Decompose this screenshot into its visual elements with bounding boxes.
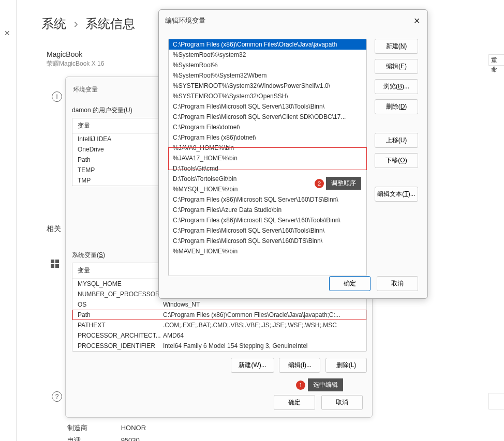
var-name: PROCESSOR_IDENTIFIER <box>78 342 163 349</box>
chevron-right-icon: › <box>74 17 78 31</box>
edit-text-button[interactable]: 编辑文本(T)... <box>375 187 418 202</box>
cancel-button[interactable]: 取消 <box>321 395 363 410</box>
path-item[interactable]: %MAVEN_HOME%\bin <box>169 246 366 256</box>
var-value: AMD64 <box>163 332 361 339</box>
spec-value: HONOR <box>121 424 146 432</box>
path-item[interactable]: C:\Program Files (x86)\dotnet\ <box>169 132 366 143</box>
annotation-tip-2: 调整顺序 <box>326 177 361 190</box>
info-icon: i <box>52 92 62 102</box>
edit-button[interactable]: 编辑(I)... <box>279 358 320 373</box>
spec-row-manufacturer: 制造商 HONOR <box>67 423 429 433</box>
col-variable: 变量 <box>78 121 163 130</box>
var-name: Path <box>78 311 163 318</box>
rename-button-truncated[interactable]: 重命 <box>488 54 504 66</box>
col-variable: 变量 <box>78 266 163 275</box>
annotation-badge-1: 1 <box>296 381 305 390</box>
help-icon[interactable]: ? <box>52 391 62 402</box>
var-name: TEMP <box>78 166 163 174</box>
path-item[interactable]: C:\Program Files (x86)\Microsoft SQL Ser… <box>169 194 366 205</box>
sys-vars-buttons: 新建(W)... 编辑(I)... 删除(L) <box>72 358 367 373</box>
close-icon[interactable]: ✕ <box>413 16 420 26</box>
var-name: NUMBER_OF_PROCESSOR <box>78 291 163 298</box>
path-item[interactable]: C:\Program Files\dotnet\ <box>169 122 366 132</box>
table-row[interactable]: PROCESSOR_ARCHITECT...AMD64 <box>72 330 366 341</box>
path-item[interactable]: D:\Tools\Git\cmd <box>169 163 366 174</box>
var-name: TMP <box>78 177 163 184</box>
table-row[interactable]: PATHEXT.COM;.EXE;.BAT;.CMD;.VBS;.VBE;.JS… <box>72 320 366 330</box>
delete-button[interactable]: 删除(D) <box>375 99 418 114</box>
spec-value: 95030 <box>121 436 140 441</box>
truncated-box <box>488 393 504 409</box>
spec-label: 电话 <box>67 436 119 441</box>
grid-icon <box>51 260 60 269</box>
annotation-tip-1: 选中编辑 <box>308 378 343 391</box>
path-item[interactable]: C:\Program Files (x86)\Common Files\Orac… <box>169 39 366 50</box>
path-buttons-column: 新建(N) 编辑(E) 浏览(B)... 删除(D) 上移(U) 下移(O) 编… <box>375 39 418 207</box>
path-item[interactable]: C:\Program Files (x86)\Microsoft SQL Ser… <box>169 215 366 225</box>
var-name: MYSQL_HOME <box>78 280 163 287</box>
move-up-button[interactable]: 上移(U) <box>375 133 418 148</box>
var-value: .COM;.EXE;.BAT;.CMD;.VBS;.VBE;.JS;.JSE;.… <box>163 322 361 329</box>
var-name: OneDrive <box>78 146 163 153</box>
table-row[interactable]: PathC:\Program Files (x86)\Common Files\… <box>72 310 366 320</box>
related-section-label: 相关 <box>47 224 61 234</box>
path-item[interactable]: %JAVA17_HOME%\bin <box>169 153 366 163</box>
path-item[interactable]: %SystemRoot%\system32 <box>169 50 366 60</box>
breadcrumb-parent[interactable]: 系统 <box>41 17 66 31</box>
breadcrumb-current: 系统信息 <box>85 17 135 31</box>
path-item[interactable]: C:\Program Files\Microsoft SQL Server\16… <box>169 225 366 236</box>
path-item[interactable]: C:\Program Files\Microsoft SQL Server\Cl… <box>169 112 366 122</box>
path-item[interactable]: C:\Program Files\Microsoft SQL Server\16… <box>169 236 366 246</box>
table-row[interactable]: PROCESSOR_IDENTIFIERIntel64 Family 6 Mod… <box>72 341 366 351</box>
edit-path-dialog: 编辑环境变量 ✕ C:\Program Files (x86)\Common F… <box>158 9 428 299</box>
delete-button[interactable]: 删除(L) <box>325 358 367 373</box>
path-item[interactable]: C:\Program Files\Azure Data Studio\bin <box>169 205 366 215</box>
side-panel: ✕ <box>0 0 17 441</box>
cancel-button[interactable]: 取消 <box>377 276 418 291</box>
var-name: IntelliJ IDEA <box>78 135 163 143</box>
var-value: C:\Program Files (x86)\Common Files\Orac… <box>163 311 361 318</box>
var-name: Path <box>78 156 163 163</box>
path-item[interactable]: C:\Program Files\Microsoft SQL Server\13… <box>169 101 366 112</box>
dialog-bottom-buttons: 确定 取消 <box>270 395 363 410</box>
path-bottom-buttons: 确定 取消 <box>325 276 418 291</box>
path-item[interactable]: %SystemRoot% <box>169 60 366 70</box>
var-value: Windows_NT <box>163 301 361 308</box>
ok-button[interactable]: 确定 <box>274 395 315 410</box>
var-name: OS <box>78 301 163 308</box>
path-item[interactable]: %JAVA8_HOME%\bin <box>169 143 366 153</box>
spec-row-phone: 电话 95030 <box>67 436 429 441</box>
annotation-badge-2: 2 <box>315 179 324 188</box>
path-item[interactable]: %SYSTEMROOT%\System32\OpenSSH\ <box>169 91 366 101</box>
path-list[interactable]: C:\Program Files (x86)\Common Files\Orac… <box>168 39 367 276</box>
path-item[interactable]: %SYSTEMROOT%\System32\WindowsPowerShell\… <box>169 81 366 91</box>
edit-button[interactable]: 编辑(E) <box>375 59 418 74</box>
close-icon[interactable]: ✕ <box>4 29 10 37</box>
ok-button[interactable]: 确定 <box>329 276 370 291</box>
new-button[interactable]: 新建(N) <box>375 39 418 54</box>
new-button[interactable]: 新建(W)... <box>231 358 274 373</box>
var-name: PATHEXT <box>78 322 163 329</box>
move-down-button[interactable]: 下移(O) <box>375 153 418 168</box>
var-value: Intel64 Family 6 Model 154 Stepping 3, G… <box>163 342 361 349</box>
spec-label: 制造商 <box>67 423 119 433</box>
path-dialog-title: 编辑环境变量 <box>165 16 205 25</box>
browse-button[interactable]: 浏览(B)... <box>375 79 418 94</box>
var-name: PROCESSOR_ARCHITECT... <box>78 332 163 339</box>
env-dialog-title: 环境变量 <box>73 85 98 94</box>
table-row[interactable]: OSWindows_NT <box>72 299 366 310</box>
path-item[interactable]: %SystemRoot%\System32\Wbem <box>169 70 366 81</box>
